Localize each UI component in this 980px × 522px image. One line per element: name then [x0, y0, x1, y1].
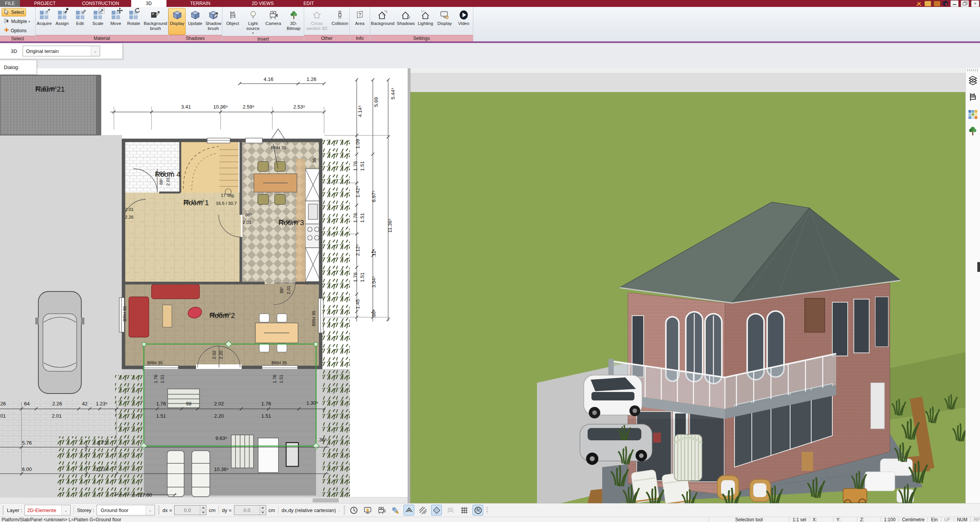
dy-spinner[interactable]: [260, 506, 266, 515]
multiple-select-icon: [4, 18, 10, 25]
chevron-down-icon[interactable]: ⌄: [61, 505, 70, 515]
export-icon[interactable]: [934, 1, 940, 7]
tab-file[interactable]: FILE: [0, 0, 20, 7]
shadow-brush-button[interactable]: Shadow brush: [204, 8, 222, 35]
tile-display-toggle[interactable]: [431, 505, 442, 515]
help-icon[interactable]: [943, 1, 948, 6]
serving-cart-3d: [843, 489, 867, 503]
status-ein[interactable]: Ein: [927, 517, 940, 522]
toolbar-grip[interactable]: [344, 506, 345, 514]
status-scale[interactable]: 1:100: [881, 517, 899, 522]
close-button[interactable]: ×: [971, 0, 979, 7]
shadow-update-button[interactable]: Update: [186, 8, 204, 35]
vegetation-icon[interactable]: [968, 126, 978, 136]
chair-icon: [227, 9, 239, 21]
acquire-button[interactable]: Acquire: [36, 8, 53, 35]
light-source-button[interactable]: Light source ▾: [243, 8, 263, 36]
scale-button[interactable]: Scale: [89, 8, 107, 35]
strip-grip-dots[interactable]: [967, 69, 978, 71]
bitmap-3d-button[interactable]: 3D-Bitmap: [284, 8, 303, 35]
insulation-toggle[interactable]: [417, 505, 428, 515]
minimize-button[interactable]: [950, 0, 959, 7]
storey-select[interactable]: Ground floor ⌄: [97, 505, 155, 515]
application-window: FILE PROJECT CONSTRUCTION 3D TERRAIN 2D …: [0, 0, 980, 522]
assign-button[interactable]: Assign: [54, 8, 71, 35]
shadows-setting-button[interactable]: Shadows: [396, 8, 415, 35]
statusbar: Platform/Slab/Panel <unknown> L=Platten …: [0, 517, 980, 522]
restore-button[interactable]: [961, 0, 969, 7]
video-button[interactable]: Video: [455, 8, 473, 35]
dx-spinner[interactable]: [200, 506, 206, 515]
camera-button[interactable]: Camera: [264, 8, 283, 35]
display-setting-button[interactable]: Display: [435, 8, 454, 35]
status-unit[interactable]: Centimetre: [899, 517, 928, 522]
favorite-view-button[interactable]: [362, 505, 373, 515]
dy-input-box: [234, 505, 266, 515]
chevron-down-icon[interactable]: ⌄: [91, 46, 100, 56]
status-uf: UF: [941, 517, 954, 522]
tools-icon[interactable]: [916, 1, 922, 6]
lighting-setting-button[interactable]: Lighting: [416, 8, 435, 35]
roof-display-toggle[interactable]: [404, 505, 414, 515]
view-toolbar-row: 3D Original terrain ⌄ Dialog:: [0, 43, 980, 68]
floor-plan-viewport[interactable]: Raum 2132.83 m² Room 42.89 m² Room 120.1…: [0, 68, 408, 503]
dy-unit: cm: [268, 507, 275, 513]
strip-splitter-handle[interactable]: [977, 262, 980, 272]
time-of-day-button[interactable]: [348, 505, 359, 515]
camera-path-button[interactable]: [376, 505, 387, 515]
grid-toggle[interactable]: [459, 505, 469, 515]
toolbar-end-grip[interactable]: [486, 507, 488, 513]
toolbar-grip[interactable]: [2, 506, 4, 514]
object-button[interactable]: Object: [223, 8, 242, 35]
edit-material-button[interactable]: Edit: [71, 8, 89, 35]
area-icon: [354, 9, 366, 21]
package-icon[interactable]: [924, 1, 931, 7]
ribbon-group-select: Select Multiple ▾ Options Select: [0, 7, 36, 41]
select-button[interactable]: Select: [2, 8, 26, 16]
tab-construction[interactable]: CONSTRUCTION: [70, 0, 131, 7]
tab-edit[interactable]: EDIT: [292, 0, 326, 7]
dx-label: dx =: [163, 507, 172, 513]
dx-unit: cm: [209, 507, 215, 513]
plan-horizontal-scrollbar[interactable]: [0, 497, 408, 503]
chevron-down-icon[interactable]: ⌄: [146, 505, 155, 515]
scale-icon: [92, 9, 104, 21]
dy-input[interactable]: [234, 506, 260, 515]
view-3d-viewport[interactable]: [410, 68, 965, 503]
background-setting-button[interactable]: Background: [370, 8, 395, 35]
materials-palette-icon[interactable]: [968, 109, 978, 119]
collision-button[interactable]: Collision: [330, 8, 349, 35]
pane-splitter[interactable]: [408, 68, 410, 503]
dx-input[interactable]: [175, 506, 200, 515]
area-button[interactable]: Area: [350, 8, 370, 35]
status-y: Y:: [833, 517, 857, 522]
ribbon-group-info: Area Info: [350, 7, 370, 41]
tab-3d[interactable]: 3D: [131, 0, 166, 7]
white-van-3d: [584, 375, 642, 418]
group-label-settings: Settings: [370, 35, 473, 41]
tab-terrain[interactable]: TERRAIN: [166, 0, 234, 7]
terrace-plan: [144, 369, 316, 497]
multiple-button[interactable]: Multiple ▾: [2, 17, 32, 26]
object-snap-button[interactable]: [390, 505, 400, 515]
rotate-button[interactable]: Rotate: [125, 8, 142, 35]
tab-2d-views[interactable]: 2D VIEWS: [234, 0, 292, 7]
layer-select[interactable]: 2D-Elemente ⌄: [25, 505, 71, 515]
layers-icon[interactable]: [968, 75, 978, 86]
ribbon-group-insert: Object Light source ▾ Camera 3D-Bitmap I…: [222, 7, 304, 41]
shadow-display-button[interactable]: Display: [168, 8, 186, 35]
toolbar-grip[interactable]: [158, 506, 160, 514]
background-brush-button[interactable]: Background brush: [143, 8, 168, 35]
lighting-house-icon: [420, 9, 431, 21]
bulb-icon: [247, 9, 259, 21]
north-arrow-toggle[interactable]: N: [473, 505, 483, 515]
furniture-catalog-icon[interactable]: [968, 92, 978, 102]
status-selection-scale: 1:1 sel: [789, 517, 809, 522]
terrain-select[interactable]: Original terrain ⌄: [23, 46, 100, 56]
coordinate-mode-select[interactable]: dx,dy (relative cartesian) ⌄: [282, 507, 341, 513]
layers-display-toggle[interactable]: [445, 505, 456, 515]
move-button[interactable]: Move: [107, 8, 124, 35]
tab-project[interactable]: PROJECT: [20, 0, 70, 7]
cross-section-3d-button[interactable]: Cross section 3D: [304, 8, 329, 35]
options-button[interactable]: Options: [2, 26, 29, 35]
